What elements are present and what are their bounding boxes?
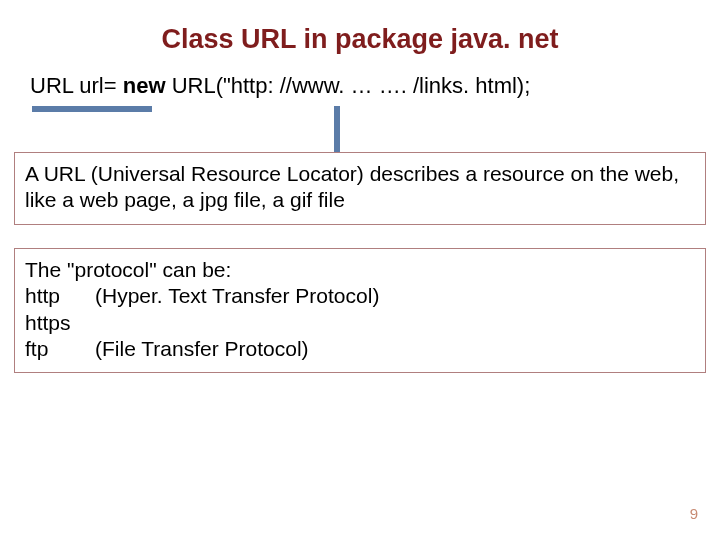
protocol-name: https <box>25 310 95 336</box>
slide-title: Class URL in package java. net <box>0 24 720 55</box>
page-number: 9 <box>690 505 698 522</box>
protocol-heading: The "protocol" can be: <box>25 257 695 283</box>
protocol-desc: (File Transfer Protocol) <box>95 337 309 360</box>
protocol-row: http(Hyper. Text Transfer Protocol) <box>25 283 695 309</box>
protocol-name: ftp <box>25 336 95 362</box>
code-prefix: URL url= <box>30 73 123 98</box>
underline-bar-icon <box>32 106 152 112</box>
code-suffix: URL("http: //www. … …. /links. html); <box>166 73 531 98</box>
protocol-row: https <box>25 310 695 336</box>
code-keyword: new <box>123 73 166 98</box>
protocol-box: The "protocol" can be: http(Hyper. Text … <box>14 248 706 373</box>
protocol-desc: (Hyper. Text Transfer Protocol) <box>95 284 379 307</box>
description-box: A URL (Universal Resource Locator) descr… <box>14 152 706 225</box>
protocol-row: ftp(File Transfer Protocol) <box>25 336 695 362</box>
code-line: URL url= new URL("http: //www. … …. /lin… <box>30 73 720 99</box>
protocol-name: http <box>25 283 95 309</box>
connector-bar-icon <box>334 106 340 152</box>
